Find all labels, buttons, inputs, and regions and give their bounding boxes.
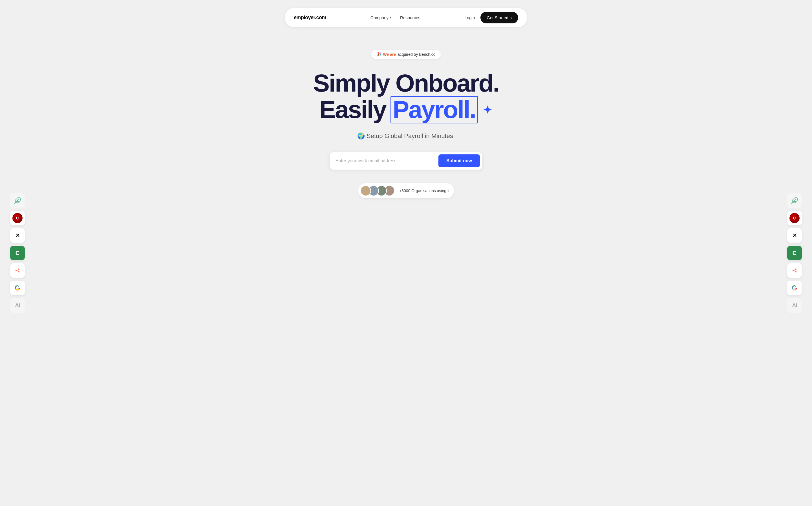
campfire-icon-left: C [10, 211, 25, 225]
anthropic-icon-right: AI [787, 298, 802, 313]
chevron-down-icon: ▾ [390, 16, 391, 19]
globe-emoji: 🌍 [357, 133, 365, 140]
nav-company[interactable]: Company ▾ [370, 15, 391, 20]
svg-line-6 [17, 270, 18, 271]
google-icon-right [787, 281, 802, 295]
navbar: employer.com Company ▾ Resources Login G… [285, 8, 527, 27]
get-started-button[interactable]: Get Started › [481, 12, 518, 23]
svg-line-13 [794, 270, 795, 271]
nav-links: Company ▾ Resources [370, 15, 420, 20]
hero-subtext: 🌍 Setup Global Payroll in Minutes. [357, 133, 455, 140]
svg-point-10 [795, 271, 797, 272]
svg-point-3 [18, 271, 19, 272]
feather-icon-left [10, 193, 25, 208]
payroll-text: Payroll. [390, 96, 478, 123]
nav-actions: Login Get Started › [465, 12, 518, 23]
acquisition-badge: 🎉 We are acquired by Bench.co [371, 50, 440, 59]
anthropic-icon-left: AI [10, 298, 25, 313]
x-twitter-icon-left: ✕ [10, 228, 25, 243]
svg-point-9 [795, 268, 797, 270]
email-input[interactable] [336, 158, 436, 163]
email-form: Submit now [330, 152, 482, 170]
arrow-icon: › [511, 15, 512, 20]
x-twitter-icon-right: ✕ [787, 228, 802, 243]
left-side-icons: C ✕ C AI [10, 193, 25, 313]
login-button[interactable]: Login [465, 15, 475, 20]
org-count-label: +8000 Organisations using it [399, 188, 449, 193]
hubspot-icon-right [787, 263, 802, 278]
right-side-icons: C ✕ C AI [787, 193, 802, 313]
svg-point-4 [15, 270, 17, 271]
badge-emoji: 🎉 [376, 52, 381, 57]
campsite-icon-left: C [10, 246, 25, 260]
nav-resources[interactable]: Resources [400, 15, 420, 20]
site-logo: employer.com [294, 15, 326, 20]
social-proof: +8000 Organisations using it [358, 183, 454, 198]
svg-point-2 [18, 268, 19, 270]
we-are-text: We are [383, 52, 396, 57]
acquired-text: acquired by Bench.co [397, 52, 436, 57]
sparkle-icon: ✦ [483, 102, 493, 117]
hubspot-icon-left [10, 263, 25, 278]
campfire-icon-right: C [787, 211, 802, 225]
svg-point-11 [793, 270, 794, 271]
easily-text: Easily [319, 97, 386, 122]
hero-headline-line2: Easily Payroll. ✦ [319, 96, 493, 123]
feather-icon-right [787, 193, 802, 208]
campsite-icon-right: C [787, 246, 802, 260]
hero-section: 🎉 We are acquired by Bench.co Simply Onb… [313, 50, 499, 198]
submit-button[interactable]: Submit now [438, 154, 480, 167]
avatar-1 [360, 185, 371, 196]
avatar-group [360, 185, 392, 196]
hero-headline-line1: Simply Onboard. [313, 70, 499, 96]
google-icon-left [10, 281, 25, 295]
